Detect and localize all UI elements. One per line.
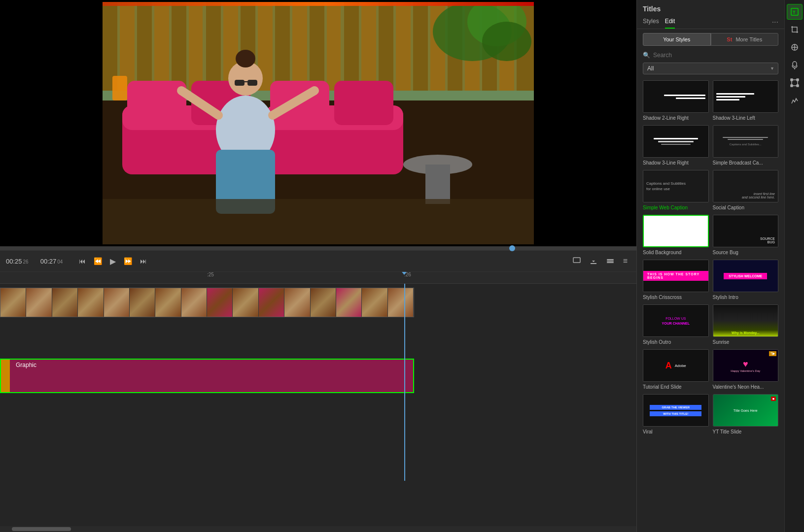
step-forward-button[interactable]: ⏩ xyxy=(121,255,135,267)
title-item-shadow-3-right[interactable]: Shadow 3-Line Right xyxy=(643,125,709,166)
more-button[interactable]: ≡ xyxy=(621,255,630,267)
title-item-yt-title[interactable]: ■ Title Goes Here YT Title Slide xyxy=(713,394,779,435)
svg-rect-19 xyxy=(379,2,393,91)
title-item-simple-broadcast[interactable]: Captions and Subtitles... Simple Broadca… xyxy=(713,125,779,166)
fit-to-frame-button[interactable] xyxy=(570,255,583,267)
thumb-line xyxy=(716,96,746,98)
filmstrip-cell xyxy=(26,288,52,317)
tab-edit[interactable]: Edit xyxy=(665,16,675,29)
timeline-area: :25 :26 xyxy=(0,272,636,532)
title-thumb-simple-web-caption[interactable]: Captions and Subtitlesfor online use xyxy=(643,170,709,202)
title-item-simple-web-caption[interactable]: Captions and Subtitlesfor online use Sim… xyxy=(643,170,709,211)
thumb-line xyxy=(654,138,698,139)
title-name-shadow-3-right: Shadow 3-Line Right xyxy=(643,160,709,166)
svg-rect-64 xyxy=(797,79,799,81)
step-back-button[interactable]: ⏪ xyxy=(91,255,105,267)
title-thumb-stylish-crisscross[interactable]: THIS IS HOW THE STORY BEGINS xyxy=(643,260,709,292)
title-thumb-stylish-outro[interactable]: FOLLOW US YOUR CHANNEL xyxy=(643,304,709,337)
svg-rect-50 xyxy=(103,199,534,244)
title-item-viral[interactable]: GRAB THE VIEWER WITH THIS TITLE! Viral xyxy=(643,394,709,435)
title-item-valentines-neon[interactable]: ♥ Happy Valentine's Day T▶ Valentine's N… xyxy=(713,349,779,390)
timeline-ruler: :25 :26 xyxy=(0,272,636,284)
filter-select[interactable]: All Lower Thirds Subtitles Openers Close… xyxy=(643,63,778,74)
svg-rect-34 xyxy=(127,81,186,125)
graphic-track-content: Graphic xyxy=(0,323,636,353)
graphic-track[interactable]: Graphic xyxy=(0,359,414,393)
scrubber-track[interactable] xyxy=(0,246,636,250)
play-button[interactable]: ▶ xyxy=(107,255,118,268)
scrubber-thumb[interactable] xyxy=(509,245,515,251)
tab-styles[interactable]: Styles xyxy=(643,16,659,29)
title-thumb-shadow-3-left[interactable] xyxy=(713,80,779,113)
title-thumb-tutorial-end[interactable]: A Adobe xyxy=(643,349,709,382)
timeline-scrollbar[interactable] xyxy=(0,526,636,532)
title-item-stylish-intro[interactable]: STYLISH WELCOME Stylish Intro xyxy=(713,260,779,300)
title-thumb-shadow-2-right[interactable] xyxy=(643,80,709,113)
title-item-stylish-outro[interactable]: FOLLOW US YOUR CHANNEL Stylish Outro xyxy=(643,304,709,345)
title-name-shadow-3-left: Shadow 3-Line Left xyxy=(713,115,779,121)
title-thumb-simple-broadcast[interactable]: Captions and Subtitles... xyxy=(713,125,779,158)
title-thumb-social-caption[interactable]: insert first lineand second line here. xyxy=(713,170,779,202)
filmstrip-cell xyxy=(362,288,387,317)
svg-rect-66 xyxy=(797,85,799,87)
broadcast-line xyxy=(723,137,768,138)
title-item-shadow-2-right[interactable]: Shadow 2-Line Right xyxy=(643,80,709,121)
tool-titles-icon[interactable]: T xyxy=(787,4,803,20)
viral-bar-1: GRAB THE VIEWER xyxy=(650,405,701,410)
more-titles-button[interactable]: St More Titles xyxy=(711,33,779,46)
title-thumb-valentines-neon[interactable]: ♥ Happy Valentine's Day T▶ xyxy=(713,349,779,382)
title-name-valentines-neon: Valentine's Neon Hea... xyxy=(713,384,779,390)
svg-rect-6 xyxy=(154,2,169,91)
your-styles-button[interactable]: Your Styles xyxy=(643,33,711,46)
panel-title: Titles xyxy=(643,5,778,13)
title-thumb-viral[interactable]: GRAB THE VIEWER WITH THIS TITLE! xyxy=(643,394,709,427)
title-thumb-sunrise[interactable]: Why is Monday... xyxy=(713,304,779,337)
titles-grid: Shadow 2-Line Right Shadow 3-Line Left xyxy=(637,78,784,532)
title-name-viral: Viral xyxy=(643,429,709,435)
title-thumb-stylish-intro[interactable]: STYLISH WELCOME xyxy=(713,260,779,292)
title-thumb-solid-background[interactable] xyxy=(643,215,709,247)
tool-crop-icon[interactable] xyxy=(787,22,803,37)
right-panel: Titles Styles Edit ... Your Styles St Mo… xyxy=(636,0,784,532)
settings-button[interactable] xyxy=(604,255,617,267)
title-item-stylish-crisscross[interactable]: THIS IS HOW THE STORY BEGINS Stylish Cri… xyxy=(643,260,709,300)
graphic-track-label: Graphic xyxy=(16,362,36,368)
title-item-tutorial-end[interactable]: A Adobe Tutorial End Slide xyxy=(643,349,709,390)
tool-audio-icon[interactable] xyxy=(787,57,803,73)
thumb-line xyxy=(664,95,705,96)
title-thumb-yt-title[interactable]: ■ Title Goes Here xyxy=(713,394,779,427)
panel-more-icon[interactable]: ... xyxy=(772,16,778,29)
title-thumb-shadow-3-right[interactable] xyxy=(643,125,709,158)
title-name-stylish-intro: Stylish Intro xyxy=(713,294,779,300)
filmstrip-cell xyxy=(78,288,104,317)
svg-rect-18 xyxy=(361,2,376,91)
title-item-social-caption[interactable]: insert first lineand second line here. S… xyxy=(713,170,779,211)
title-item-shadow-3-left[interactable]: Shadow 3-Line Left xyxy=(713,80,779,121)
scrubber-bar[interactable] xyxy=(0,246,636,250)
svg-rect-20 xyxy=(396,2,411,91)
outro-text-2: YOUR CHANNEL xyxy=(662,322,690,325)
title-item-sunrise[interactable]: Why is Monday... Sunrise xyxy=(713,304,779,345)
title-name-stylish-crisscross: Stylish Crisscross xyxy=(643,294,709,300)
go-to-end-button[interactable]: ⏭ xyxy=(138,255,149,267)
svg-point-40 xyxy=(236,50,255,67)
yt-badge: ■ xyxy=(771,397,776,401)
title-thumb-source-bug[interactable]: SOURCEBUG xyxy=(713,215,779,247)
filmstrip-cell xyxy=(0,288,26,317)
export-button[interactable] xyxy=(587,255,600,267)
tool-transform-icon[interactable] xyxy=(787,75,803,91)
svg-rect-55 xyxy=(607,262,614,263)
playhead-line xyxy=(404,284,405,481)
title-item-source-bug[interactable]: SOURCEBUG Source Bug xyxy=(713,215,779,256)
tool-lumetri-icon[interactable] xyxy=(787,93,803,108)
video-canvas xyxy=(103,2,534,244)
filmstrip-cell xyxy=(155,288,181,317)
source-bug-text: SOURCEBUG xyxy=(760,237,775,244)
graphic-track-handle[interactable] xyxy=(1,360,10,392)
go-to-start-button[interactable]: ⏮ xyxy=(76,255,88,267)
tool-effects-icon[interactable] xyxy=(787,39,803,55)
search-input[interactable] xyxy=(653,52,778,59)
timeline-scroll-thumb[interactable] xyxy=(12,527,71,531)
crisscross-bar: THIS IS HOW THE STORY BEGINS xyxy=(643,271,708,281)
title-item-solid-background[interactable]: Solid Background xyxy=(643,215,709,256)
